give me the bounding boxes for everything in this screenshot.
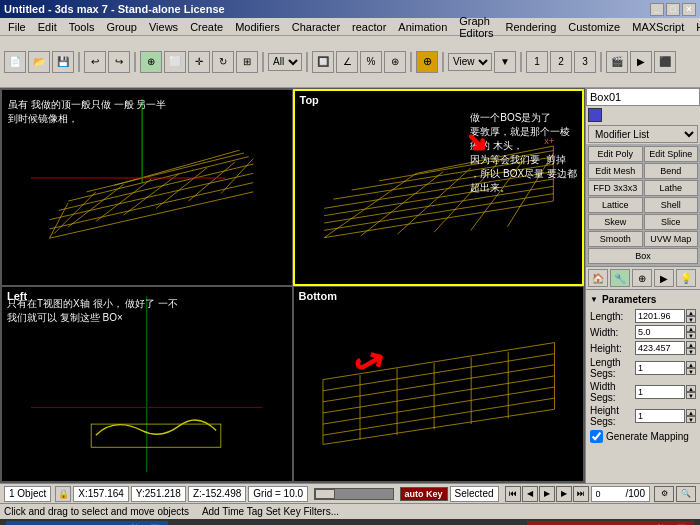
- menu-help[interactable]: Help: [690, 20, 700, 34]
- height-down[interactable]: ▼: [686, 348, 696, 355]
- panel-icon-hierarchy[interactable]: ⊕: [632, 269, 652, 287]
- length-input[interactable]: [635, 309, 685, 323]
- lock-button[interactable]: 🔒: [55, 486, 71, 502]
- modifier-skew[interactable]: Skew: [588, 214, 643, 230]
- menu-graph-editors[interactable]: Graph Editors: [453, 14, 499, 40]
- menu-file[interactable]: File: [2, 20, 32, 34]
- params-expand-icon[interactable]: ▼: [590, 295, 598, 304]
- time-slider[interactable]: [314, 488, 394, 500]
- view-dropdown[interactable]: View: [448, 53, 492, 71]
- menu-rendering[interactable]: Rendering: [500, 20, 563, 34]
- select-region-button[interactable]: ⬜: [164, 51, 186, 73]
- panel-icon-motion[interactable]: ▶: [654, 269, 674, 287]
- object-name-input[interactable]: [586, 88, 700, 106]
- width-input[interactable]: [635, 325, 685, 339]
- frame-input[interactable]: [596, 487, 626, 501]
- scale-button[interactable]: ⊞: [236, 51, 258, 73]
- add-time-tag-link[interactable]: Add Time Tag: [202, 506, 263, 517]
- modifier-lathe[interactable]: Lathe: [644, 180, 699, 196]
- width-segs-down[interactable]: ▼: [686, 392, 696, 399]
- length-segs-up[interactable]: ▲: [686, 361, 696, 368]
- reference-dropdown[interactable]: All: [268, 53, 302, 71]
- modifier-bend[interactable]: Bend: [644, 163, 699, 179]
- move-button[interactable]: ✛: [188, 51, 210, 73]
- menu-animation[interactable]: Animation: [392, 20, 453, 34]
- modifier-list-dropdown[interactable]: Modifier List: [588, 125, 698, 143]
- auto-key-button[interactable]: auto Key: [400, 487, 448, 501]
- menu-reactor[interactable]: reactor: [346, 20, 392, 34]
- modifier-uvw-map[interactable]: UVW Map: [644, 231, 699, 247]
- width-down[interactable]: ▼: [686, 332, 696, 339]
- height-segs-down[interactable]: ▼: [686, 416, 696, 423]
- render-btn1[interactable]: 1: [526, 51, 548, 73]
- modifier-edit-mesh[interactable]: Edit Mesh: [588, 163, 643, 179]
- prev-frame-button[interactable]: ⏮: [505, 486, 521, 502]
- height-segs-input[interactable]: [635, 409, 685, 423]
- time-thumb[interactable]: [315, 489, 335, 499]
- menu-maxscript[interactable]: MAXScript: [626, 20, 690, 34]
- panel-icon-modify[interactable]: 🔧: [610, 269, 630, 287]
- rotate-button[interactable]: ↻: [212, 51, 234, 73]
- menu-tools[interactable]: Tools: [63, 20, 101, 34]
- spinner-snap-button[interactable]: ⊛: [384, 51, 406, 73]
- view-btn2[interactable]: ▼: [494, 51, 516, 73]
- prev-key-button[interactable]: ◀: [522, 486, 538, 502]
- viewport-perspective[interactable]: 虽有 我做的顶一般只做 一般 另一半到时候镜像相，: [1, 89, 293, 286]
- modifier-smooth[interactable]: Smooth: [588, 231, 643, 247]
- height-segs-up[interactable]: ▲: [686, 409, 696, 416]
- width-segs-input[interactable]: [635, 385, 685, 399]
- object-color-swatch[interactable]: [588, 108, 602, 122]
- modifier-lattice[interactable]: Lattice: [588, 197, 643, 213]
- length-down[interactable]: ▼: [686, 316, 696, 323]
- redo-button[interactable]: ↪: [108, 51, 130, 73]
- render-last-button[interactable]: ⬛: [654, 51, 676, 73]
- modifier-box[interactable]: Box: [588, 248, 698, 264]
- modifier-ffd[interactable]: FFD 3x3x3: [588, 180, 643, 196]
- length-segs-input[interactable]: [635, 361, 685, 375]
- minimize-button[interactable]: _: [650, 3, 664, 16]
- mini-tool-2[interactable]: 🔍: [676, 486, 696, 502]
- height-up[interactable]: ▲: [686, 341, 696, 348]
- angle-snap-button[interactable]: ∠: [336, 51, 358, 73]
- width-up[interactable]: ▲: [686, 325, 696, 332]
- render-scene-button[interactable]: 🎬: [606, 51, 628, 73]
- quick-render-button[interactable]: ▶: [630, 51, 652, 73]
- open-button[interactable]: 📂: [28, 51, 50, 73]
- close-button[interactable]: ×: [682, 3, 696, 16]
- modifier-edit-poly[interactable]: Edit Poly: [588, 146, 643, 162]
- width-segs-up[interactable]: ▲: [686, 385, 696, 392]
- modifier-slice[interactable]: Slice: [644, 214, 699, 230]
- menu-customize[interactable]: Customize: [562, 20, 626, 34]
- render-btn2[interactable]: 2: [550, 51, 572, 73]
- menu-create[interactable]: Create: [184, 20, 229, 34]
- next-frame-button[interactable]: ⏭: [573, 486, 589, 502]
- viewport-bottom[interactable]: Bottom ↪: [293, 286, 585, 483]
- menu-views[interactable]: Views: [143, 20, 184, 34]
- snap-button[interactable]: 🔲: [312, 51, 334, 73]
- modifier-shell[interactable]: Shell: [644, 197, 699, 213]
- next-key-button[interactable]: ▶: [556, 486, 572, 502]
- generate-mapping-checkbox[interactable]: [590, 430, 603, 443]
- set-key-filters-link[interactable]: Set Key Filters...: [266, 506, 339, 517]
- menu-modifiers[interactable]: Modifiers: [229, 20, 286, 34]
- menu-group[interactable]: Group: [100, 20, 143, 34]
- new-button[interactable]: 📄: [4, 51, 26, 73]
- menu-character[interactable]: Character: [286, 20, 346, 34]
- maximize-button[interactable]: □: [666, 3, 680, 16]
- viewport-left[interactable]: Left 只有在T视图的X轴 很小， 做好了 一不我们就可以 复制这些 BO×: [1, 286, 293, 483]
- render-btn3[interactable]: 3: [574, 51, 596, 73]
- viewport-top[interactable]: Top 做一个BOS是为了要敦厚，就是那个一棱痤的 木头，因为等会我们要 剪掉，…: [293, 89, 585, 286]
- undo-button[interactable]: ↩: [84, 51, 106, 73]
- length-up[interactable]: ▲: [686, 309, 696, 316]
- magnet-button[interactable]: ⊕: [416, 51, 438, 73]
- modifier-edit-spline[interactable]: Edit Spline: [644, 146, 699, 162]
- percent-snap-button[interactable]: %: [360, 51, 382, 73]
- menu-edit[interactable]: Edit: [32, 20, 63, 34]
- save-button[interactable]: 💾: [52, 51, 74, 73]
- panel-icon-create[interactable]: 🏠: [588, 269, 608, 287]
- length-segs-down[interactable]: ▼: [686, 368, 696, 375]
- panel-icon-display[interactable]: 💡: [676, 269, 696, 287]
- select-button[interactable]: ⊕: [140, 51, 162, 73]
- height-input[interactable]: [635, 341, 685, 355]
- set-key-filters-button[interactable]: ⚙: [654, 486, 674, 502]
